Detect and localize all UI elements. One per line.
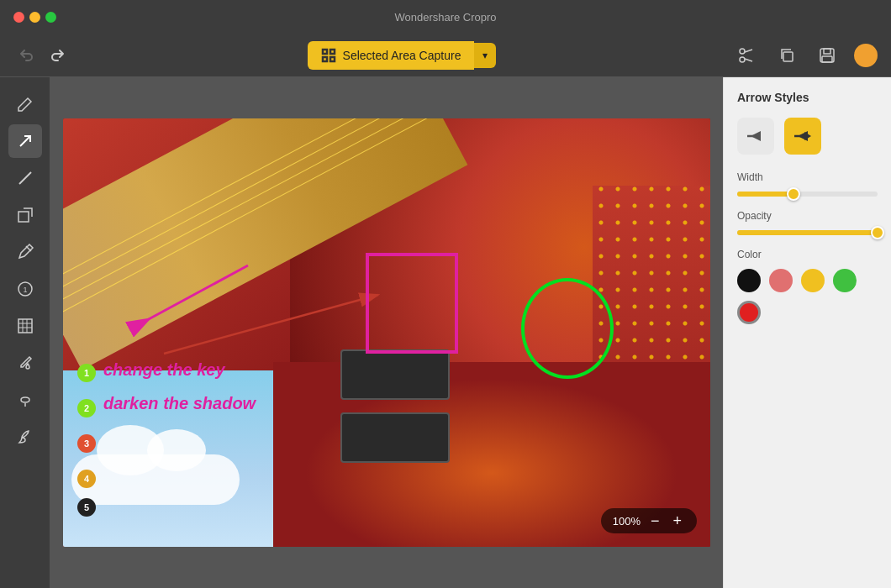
width-slider-track[interactable] [737,192,878,197]
capture-frame-icon [321,48,336,63]
lasso-tool-button[interactable] [8,383,42,417]
svg-point-5 [740,57,745,62]
color-black[interactable] [737,269,761,292]
panel-title: Arrow Styles [737,91,878,104]
tools-panel: 1 [0,77,50,588]
undo-redo-group [13,45,71,66]
number-circle-4: 4 [77,470,96,488]
brush-tool-button[interactable] [8,420,42,454]
line-tool-button[interactable] [8,161,42,195]
titlebar: Wondershare Cropro [0,0,891,34]
capture-button-group: Selected Area Capture ▾ [308,41,497,70]
zoom-out-button[interactable]: − [647,513,663,528]
svg-line-7 [745,59,752,61]
number-circle-3: 3 [77,434,96,453]
toolbar: Selected Area Capture ▾ [0,34,891,77]
canvas-image[interactable]: 1 2 3 4 5 change the key darken the shad… [63,118,710,547]
svg-rect-18 [18,319,32,333]
arrow-style-options [737,118,878,155]
color-yellow[interactable] [801,269,825,292]
canvas-wrapper: 1 2 3 4 5 change the key darken the shad… [63,118,710,547]
width-label: Width [737,171,878,183]
pencil-tool-button[interactable] [8,235,42,269]
avatar[interactable] [854,44,878,67]
green-ellipse [521,278,614,379]
copy-icon [778,47,795,64]
save-button[interactable] [814,44,841,67]
svg-rect-14 [18,212,29,222]
number-tool-button[interactable]: 1 [8,272,42,306]
arrow-tool-button[interactable] [8,124,42,158]
opacity-section: Opacity [737,210,878,235]
copy-button[interactable] [773,44,800,67]
opacity-label: Opacity [737,210,878,222]
svg-rect-1 [330,50,335,54]
edit-tool-button[interactable] [8,87,42,121]
svg-line-12 [20,136,30,146]
scissors-icon [738,47,755,64]
svg-text:1: 1 [23,286,27,294]
svg-rect-10 [824,49,830,54]
close-button[interactable] [13,12,24,23]
svg-rect-3 [330,57,335,61]
number-circle-5: 5 [77,498,96,517]
width-section: Width [737,171,878,197]
titlebar-left [13,12,56,23]
app-title: Wondershare Cropro [394,11,496,24]
svg-rect-2 [323,57,327,61]
svg-line-6 [745,50,752,52]
svg-rect-8 [783,52,793,61]
shape-tool-button[interactable] [8,198,42,232]
canvas-area: 1 2 3 4 5 change the key darken the shad… [50,77,723,588]
arrow-style-alt[interactable] [784,118,821,155]
capture-dropdown-button[interactable]: ▾ [474,43,496,68]
traffic-lights [13,12,56,23]
number-circle-1: 1 [77,364,96,382]
svg-rect-11 [822,56,832,62]
chevron-down-icon: ▾ [482,50,488,61]
bucket-tool-button[interactable] [8,346,42,380]
svg-rect-0 [323,50,327,54]
color-red[interactable] [737,301,761,324]
capture-main-button[interactable]: Selected Area Capture [308,41,475,70]
annotation-text-2: darken the shadow [103,394,256,413]
right-panel: Arrow Styles Width [723,77,891,588]
undo-button[interactable] [13,45,39,66]
maximize-button[interactable] [45,12,56,23]
capture-label: Selected Area Capture [343,49,461,62]
minimize-button[interactable] [29,12,40,23]
opacity-slider-track[interactable] [737,230,878,235]
zoom-controls: 100% − + [601,508,697,533]
pink-rectangle [366,253,458,354]
arrow-style-filled[interactable] [737,118,774,155]
color-section: Color [737,249,878,324]
zoom-in-button[interactable]: + [669,513,685,528]
save-icon [819,47,836,64]
color-green[interactable] [833,269,857,292]
scissors-button[interactable] [733,44,760,67]
svg-line-15 [26,246,31,251]
color-label: Color [737,249,878,260]
pattern-tool-button[interactable] [8,309,42,343]
main-content: 1 [0,77,891,588]
redo-button[interactable] [45,45,71,66]
zoom-level: 100% [613,515,641,528]
color-options [737,269,878,324]
annotation-text-1: change the key [103,360,225,380]
number-circle-2: 2 [77,399,96,417]
color-pink[interactable] [769,269,793,292]
svg-line-13 [19,172,31,184]
svg-point-4 [740,49,745,54]
toolbar-right-icons [733,44,878,67]
